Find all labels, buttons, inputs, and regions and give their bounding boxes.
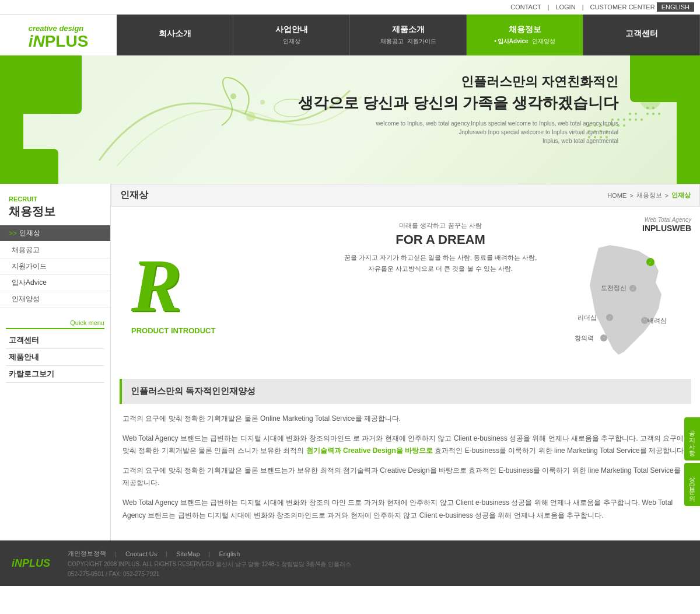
breadcrumb-sep1: > bbox=[629, 192, 633, 199]
footer-link-sitemap[interactable]: SiteMap bbox=[176, 550, 200, 557]
nav-sub-item: 채용공고 bbox=[380, 37, 404, 46]
big-r-letter: R bbox=[131, 247, 306, 323]
nav-sub-item: 인재상 bbox=[283, 37, 300, 46]
logo-sub-text: creative design bbox=[29, 24, 84, 33]
sidebar-nav-chaeyong[interactable]: 채용공고 bbox=[0, 242, 110, 259]
top-bar: CONTACT | LOGIN | CUSTOMER CENTER ENGLIS… bbox=[0, 0, 700, 15]
footer-copyright: COPYRIGHT 2008 INPLUS. ALL RIGHTS RESERV… bbox=[68, 560, 351, 568]
nav-product-subs: 채용공고 지원가이드 bbox=[380, 37, 436, 46]
quick-menu-label: Quick menu bbox=[6, 319, 104, 329]
main-wrapper: RECRUIT 채용정보 >> 인재상 채용공고 지원가이드 입사Advice … bbox=[0, 184, 700, 540]
logo-area: creative design iNPLUS bbox=[0, 15, 117, 55]
svg-point-23 bbox=[623, 124, 625, 127]
map-label-changui: 창의력 bbox=[575, 334, 594, 343]
footer-link-english[interactable]: English bbox=[219, 550, 240, 557]
nav-recruit-subs: 입사Advice 인재양성 bbox=[494, 37, 555, 46]
hero-left-green bbox=[0, 55, 23, 184]
logo-on: iN bbox=[29, 32, 45, 50]
sidebar-nav-ipsa[interactable]: 입사Advice bbox=[0, 275, 110, 291]
nav-recruit[interactable]: 채용정보 입사Advice 인재양성 bbox=[467, 15, 583, 55]
sidebar: RECRUIT 채용정보 >> 인재상 채용공고 지원가이드 입사Advice … bbox=[0, 184, 111, 540]
quick-menu-catalog[interactable]: 카탈로그보기 bbox=[6, 366, 104, 383]
nav-customer[interactable]: 고객센터 bbox=[583, 15, 700, 55]
footer-link-contact[interactable]: Cnotact Us bbox=[125, 550, 157, 557]
footer-links: 개인정보정책 | Cnotact Us | SiteMap | English bbox=[68, 549, 351, 558]
svg-point-32 bbox=[652, 113, 654, 115]
footer: iNPLUS 개인정보정책 | Cnotact Us | SiteMap | E… bbox=[0, 540, 700, 586]
quick-menu-customer[interactable]: 고객센터 bbox=[6, 332, 104, 349]
dream-desc: 꿈을 가지고 자기가 하고싶은 일을 하는 사람, 동료를 배려하는 사람,자유… bbox=[335, 252, 545, 274]
map-label-leader: 리더십 bbox=[578, 313, 597, 322]
hero-title-2: 생각으로 당신과 당신의 가족을 생각하겠습니다 bbox=[93, 93, 618, 113]
svg-point-29 bbox=[646, 107, 649, 109]
arrow-icon: >> bbox=[9, 229, 17, 238]
hero-content: 인플러스만의 자연친화적인 생각으로 당신과 당신의 가족을 생각하겠습니다 w… bbox=[93, 73, 618, 145]
korea-map-wrapper: 도전정신 리더십 배려심 창의력 bbox=[563, 236, 680, 364]
dream-title: FOR A DREAM bbox=[335, 232, 545, 247]
product-introduct-label: PRODUCT INTRODUCT bbox=[131, 326, 306, 335]
quick-menu-product[interactable]: 제품안내 bbox=[6, 349, 104, 366]
sep2: | bbox=[582, 4, 586, 11]
breadcrumb-mid[interactable]: 채용정보 bbox=[636, 191, 662, 200]
inplusweb-sub: Web Total Agency bbox=[645, 217, 691, 223]
sidebar-active-label: 인재상 bbox=[19, 228, 40, 238]
body-para4: Web Total Agency 브랜드는 급변하는 디지털 시대에 변화와 창… bbox=[120, 497, 691, 522]
footer-link-privacy[interactable]: 개인정보정책 bbox=[68, 549, 106, 558]
sidebar-nav-injayang[interactable]: 인재양성 bbox=[0, 291, 110, 308]
breadcrumb-home[interactable]: HOME bbox=[607, 192, 626, 199]
breadcrumb-current: 인재상 bbox=[671, 191, 691, 200]
nav-company[interactable]: 회사소개 bbox=[117, 15, 233, 55]
tab-consult[interactable]: 상담문의 bbox=[684, 463, 700, 506]
sidebar-nav-jiwon[interactable]: 지원가이드 bbox=[0, 259, 110, 275]
contact-link[interactable]: CONTACT bbox=[510, 4, 541, 11]
svg-point-24 bbox=[629, 113, 631, 115]
dream-sub-text: 미래를 생각하고 꿈꾸는 사람 bbox=[335, 221, 545, 230]
svg-point-28 bbox=[640, 118, 643, 121]
highlight-text: 첨기술력과 Creative Design을 바탕으로 bbox=[306, 446, 433, 455]
svg-point-26 bbox=[629, 118, 631, 121]
sidebar-recruit-label: RECRUIT bbox=[0, 196, 110, 203]
nav-business[interactable]: 사업안내 인재상 bbox=[233, 15, 350, 55]
breadcrumb-sep2: > bbox=[665, 192, 668, 199]
footer-phone: 052-275-0501 / FAX: 052-275-7921 bbox=[68, 571, 351, 577]
sidebar-recruit-title: 채용정보 bbox=[0, 204, 110, 219]
inplusweb-name: INPLUSWEB bbox=[642, 224, 691, 233]
korea-map-svg bbox=[563, 236, 680, 364]
svg-point-31 bbox=[646, 113, 649, 115]
customer-center-link[interactable]: CUSTOMER CENTER bbox=[590, 4, 655, 11]
breadcrumb-nav: HOME > 채용정보 > 인재상 bbox=[607, 191, 691, 200]
login-link[interactable]: LOGIN bbox=[555, 4, 575, 11]
svg-point-5 bbox=[640, 89, 661, 110]
tab-notice[interactable]: 공지사항 bbox=[684, 417, 700, 461]
recruit-map: Web Total Agency INPLUSWEB bbox=[563, 215, 691, 367]
nav-sub-item: 인재양성 bbox=[532, 37, 555, 46]
hero-right-green bbox=[677, 55, 700, 184]
recruit-hero: R PRODUCT INTRODUCT 미래를 생각하고 꿈꾸는 사람 FOR … bbox=[120, 215, 691, 367]
hero-banner: 인플러스만의 자연친화적인 생각으로 당신과 당신의 가족을 생각하겠습니다 w… bbox=[0, 55, 700, 184]
svg-point-27 bbox=[635, 118, 637, 121]
nav-product[interactable]: 제품소개 채용공고 지원가이드 bbox=[350, 15, 467, 55]
main-nav: 회사소개 사업안내 인재상 제품소개 채용공고 지원가이드 채용정보 입사Adv… bbox=[117, 15, 700, 55]
recruit-left: R PRODUCT INTRODUCT bbox=[120, 215, 318, 367]
svg-point-20 bbox=[623, 118, 625, 121]
svg-point-30 bbox=[652, 107, 654, 109]
breadcrumb-title: 인재상 bbox=[120, 189, 148, 201]
content-body: R PRODUCT INTRODUCT 미래를 생각하고 꿈꾸는 사람 FOR … bbox=[111, 215, 700, 540]
body-para3: 고객의 요구에 맞춰 정확한 기획개발은 물론 브랜드는가 보유한 최적의 첨기… bbox=[120, 465, 691, 490]
footer-logo-area: iNPLUS bbox=[12, 557, 50, 570]
section-title: 인플러스만의 독자적인인재양성 bbox=[120, 379, 691, 404]
quick-menu: Quick menu 고객센터 제품안내 카탈로그보기 bbox=[0, 319, 110, 383]
right-tabs: 공지사항 상담문의 bbox=[684, 417, 700, 506]
logo-plus: PLUS bbox=[45, 32, 89, 50]
hero-title-1: 인플러스만의 자연친화적인 bbox=[93, 73, 618, 90]
logo: creative design iNPLUS bbox=[29, 20, 89, 50]
nav-sub-item: 지원가이드 bbox=[407, 37, 436, 46]
nav-business-subs: 인재상 bbox=[283, 37, 300, 46]
svg-point-25 bbox=[635, 113, 637, 115]
sidebar-active-item[interactable]: >> 인재상 bbox=[0, 225, 110, 241]
footer-logo: iNPLUS bbox=[12, 557, 50, 570]
sep1: | bbox=[547, 4, 551, 11]
map-label-baeryeo: 배려심 bbox=[648, 316, 667, 325]
content-area: 인재상 HOME > 채용정보 > 인재상 R PRODUCT INTRODUC… bbox=[111, 184, 700, 540]
english-button[interactable]: ENGLISH bbox=[657, 2, 694, 12]
